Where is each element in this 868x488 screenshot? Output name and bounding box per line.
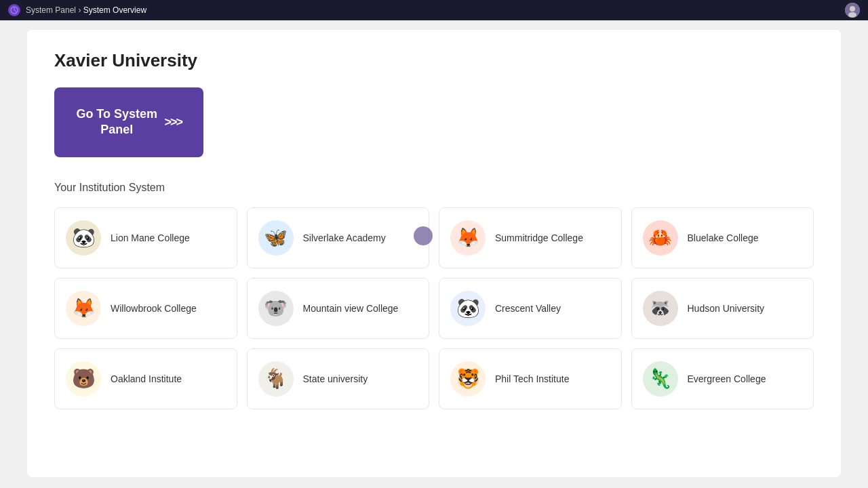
institution-name-silverlake: Silverlake Academy [303, 232, 386, 243]
institution-grid: 🐼Lion Mane College🦋Silverlake Academy🦊Su… [54, 207, 814, 409]
institution-card-willowbrook[interactable]: 🦊Willowbrook College [54, 278, 237, 339]
go-to-panel-button[interactable]: Go To System Panel >>> [54, 87, 203, 157]
user-avatar[interactable] [845, 3, 860, 18]
institution-name-evergreen: Evergreen College [688, 373, 766, 384]
institution-card-lion-mane[interactable]: 🐼Lion Mane College [54, 207, 237, 268]
institution-name-crescent-valley: Crescent Valley [495, 303, 561, 314]
breadcrumb-separator: › [78, 5, 83, 15]
institution-name-mountain-view: Mountain view College [303, 303, 399, 314]
institution-name-state-university: State university [303, 373, 368, 384]
topbar-left: System Panel › System Overview [8, 4, 146, 16]
institution-name-summitridge: Summitridge College [495, 232, 583, 243]
go-to-panel-label: Go To System Panel [76, 106, 157, 138]
institution-card-bluelake[interactable]: 🦀Bluelake College [631, 207, 814, 268]
section-title: Your Institution System [54, 182, 814, 194]
institution-name-willowbrook: Willowbrook College [111, 303, 197, 314]
institution-card-summitridge[interactable]: 🦊Summitridge College [439, 207, 622, 268]
institution-name-bluelake: Bluelake College [688, 232, 759, 243]
main-content: Xavier University Go To System Panel >>>… [27, 30, 841, 477]
institution-card-hudson[interactable]: 🦝Hudson University [631, 278, 814, 339]
svg-point-3 [848, 12, 856, 18]
institution-icon-lion-mane: 🐼 [66, 220, 101, 256]
institution-icon-mountain-view: 🐨 [258, 291, 294, 326]
page-title: Xavier University [54, 50, 814, 71]
institution-icon-silverlake: 🦋 [258, 220, 294, 256]
institution-card-oakland[interactable]: 🐻Oakland Institute [54, 348, 237, 409]
breadcrumb-parent[interactable]: System Panel [26, 5, 76, 15]
institution-name-lion-mane: Lion Mane College [111, 232, 190, 243]
app-logo [8, 4, 20, 16]
institution-card-phil-tech[interactable]: 🐯Phil Tech Institute [439, 348, 622, 409]
topbar: System Panel › System Overview [0, 0, 868, 20]
institution-card-crescent-valley[interactable]: 🐼Crescent Valley [439, 278, 622, 339]
institution-icon-oakland: 🐻 [66, 361, 101, 396]
institution-icon-summitridge: 🦊 [450, 220, 486, 256]
institution-icon-hudson: 🦝 [643, 291, 678, 326]
institution-name-phil-tech: Phil Tech Institute [495, 373, 569, 384]
institution-icon-phil-tech: 🐯 [450, 361, 486, 396]
institution-card-silverlake[interactable]: 🦋Silverlake Academy [247, 207, 430, 268]
breadcrumb: System Panel › System Overview [26, 5, 146, 15]
institution-icon-evergreen: 🦎 [643, 361, 678, 396]
institution-icon-state-university: 🐐 [258, 361, 294, 396]
institution-card-mountain-view[interactable]: 🐨Mountain view College [247, 278, 430, 339]
institution-icon-bluelake: 🦀 [643, 220, 678, 256]
institution-icon-crescent-valley: 🐼 [450, 291, 486, 326]
svg-point-2 [850, 6, 855, 12]
institution-name-hudson: Hudson University [688, 303, 765, 314]
institution-card-state-university[interactable]: 🐐State university [247, 348, 430, 409]
go-to-panel-chevrons: >>> [164, 115, 182, 130]
institution-icon-willowbrook: 🦊 [66, 291, 101, 326]
institution-card-evergreen[interactable]: 🦎Evergreen College [631, 348, 814, 409]
breadcrumb-current: System Overview [83, 5, 146, 15]
institution-name-oakland: Oakland Institute [111, 373, 182, 384]
